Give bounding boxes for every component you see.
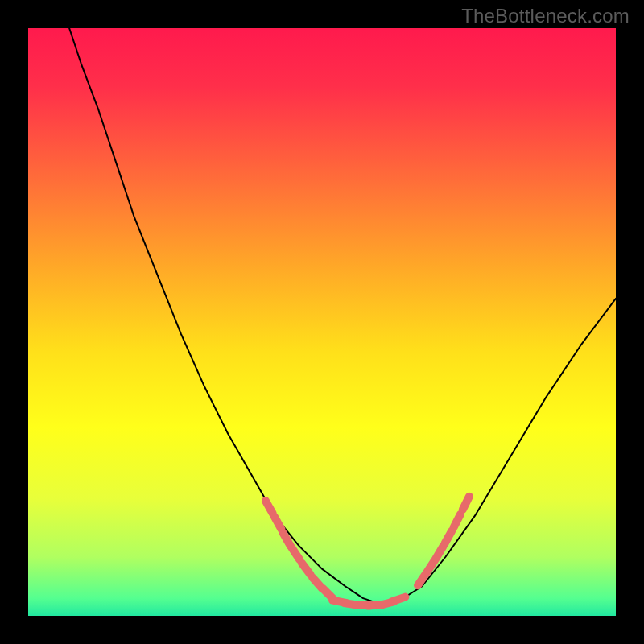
watermark-text: TheBottleneck.com [461,5,630,27]
chart-plot-area [28,28,616,616]
highlight-marker [391,597,405,602]
chart-canvas [0,0,644,644]
